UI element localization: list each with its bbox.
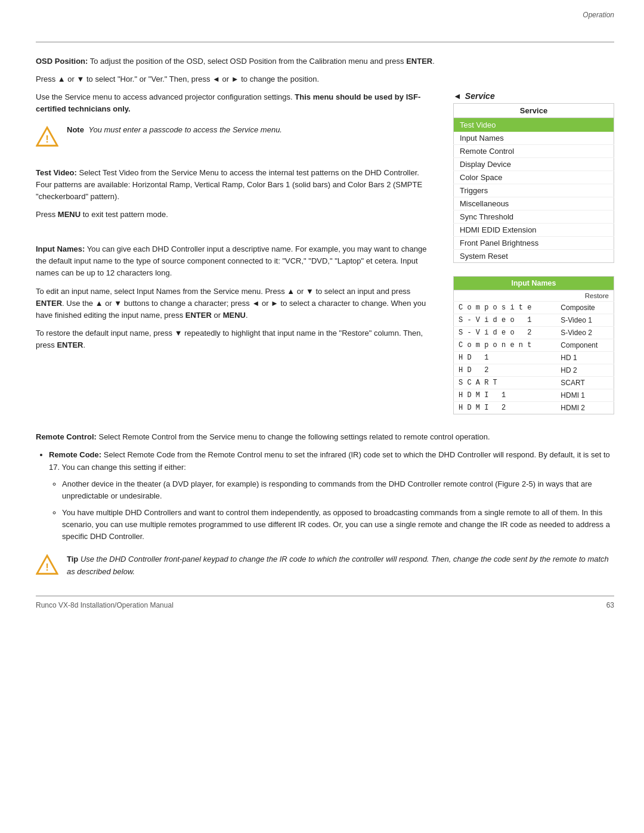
input-row-hdmi1: H D M I 1 HDMI 1 bbox=[454, 389, 614, 402]
input-row-scart: S C A R T SCART bbox=[454, 377, 614, 389]
service-intro-para: Use the Service menu to access advanced … bbox=[36, 91, 435, 115]
service-item-remote-control[interactable]: Remote Control bbox=[454, 145, 614, 158]
input-row-svideo1: S - V i d e o 1 S-Video 1 bbox=[454, 314, 614, 327]
input-row-component: C o m p o n e n t Component bbox=[454, 339, 614, 352]
footer-left: Runco VX-8d Installation/Operation Manua… bbox=[36, 601, 174, 609]
service-menu-table: Service Test Video Input Names Remote Co… bbox=[453, 103, 614, 263]
service-item-input-names[interactable]: Input Names bbox=[454, 132, 614, 145]
service-item-test-video[interactable]: Test Video bbox=[454, 118, 614, 132]
service-item-color-space[interactable]: Color Space bbox=[454, 171, 614, 184]
left-column: Use the Service menu to access advanced … bbox=[36, 91, 435, 414]
note-text: You must enter a passcode to access the … bbox=[89, 120, 282, 134]
input-names-table: Input Names Restore C o m p o s i t e Co… bbox=[453, 276, 614, 414]
service-section-header: ◄ Service bbox=[453, 91, 614, 101]
service-item-display-device[interactable]: Display Device bbox=[454, 158, 614, 171]
note-box: ! Note You must enter a passcode to acce… bbox=[36, 125, 435, 148]
remote-code-sub-list: Another device in the theater (a DVD pla… bbox=[62, 478, 614, 543]
service-item-triggers[interactable]: Triggers bbox=[454, 184, 614, 197]
input-names-heading: Input Names: bbox=[36, 244, 85, 253]
footer-rule bbox=[36, 596, 614, 596]
right-column: ◄ Service Service Test Video Input Names… bbox=[453, 91, 614, 414]
tip-box: ! Tip Use the DHD Controller front-panel… bbox=[36, 553, 614, 577]
input-names-header-row: Input Names bbox=[454, 277, 614, 290]
osd-enter: ENTER bbox=[406, 57, 432, 66]
osd-para1: OSD Position: To adjust the position of … bbox=[36, 55, 614, 67]
osd-bold1: OSD Position: bbox=[36, 57, 88, 66]
press-menu-para: Press MENU to exit test pattern mode. bbox=[36, 209, 435, 221]
note-icon: ! bbox=[36, 125, 58, 148]
header-label: Operation bbox=[583, 11, 614, 19]
menu-bold: MENU bbox=[58, 210, 80, 219]
input-row-hdmi2: H D M I 2 HDMI 2 bbox=[454, 402, 614, 414]
input-names-header: Input Names bbox=[454, 277, 614, 290]
two-col-layout: Use the Service menu to access advanced … bbox=[36, 91, 614, 414]
service-item-miscellaneous[interactable]: Miscellaneous bbox=[454, 197, 614, 210]
service-table-header: Service bbox=[454, 104, 614, 118]
remote-control-list: Remote Code: Select Remote Code from the… bbox=[49, 449, 614, 543]
service-arrow: ◄ bbox=[453, 91, 462, 101]
remote-code-item: Remote Code: Select Remote Code from the… bbox=[49, 449, 614, 543]
page: Operation OSD Position: To adjust the po… bbox=[0, 0, 644, 833]
remote-bullet-1: Another device in the theater (a DVD pla… bbox=[62, 478, 614, 502]
osd-section: OSD Position: To adjust the position of … bbox=[36, 55, 614, 85]
osd-para2: Press ▲ or ▼ to select "Hor." or "Ver." … bbox=[36, 73, 614, 85]
svg-text:!: ! bbox=[45, 133, 49, 144]
service-table-header-row: Service bbox=[454, 104, 614, 118]
test-video-para: Test Video: Select Test Video from the S… bbox=[36, 167, 435, 203]
tip-content: Tip Use the DHD Controller front-panel k… bbox=[67, 553, 614, 577]
service-item-sync-threshold[interactable]: Sync Threshold bbox=[454, 210, 614, 224]
service-item-system-reset[interactable]: System Reset bbox=[454, 250, 614, 263]
tip-text: Use the DHD Controller front-panel keypa… bbox=[67, 555, 609, 575]
service-intro-bold: This menu should be used by ISF-certifie… bbox=[36, 92, 420, 113]
note-label: Note bbox=[67, 125, 84, 134]
input-names-col-headers: Restore bbox=[454, 290, 614, 302]
remote-control-para: Remote Control: Select Remote Control fr… bbox=[36, 431, 614, 443]
remote-bullet-2: You have multiple DHD Controllers and wa… bbox=[62, 507, 614, 543]
test-video-heading: Test Video: bbox=[36, 168, 77, 177]
input-row-hd2: H D 2 HD 2 bbox=[454, 364, 614, 377]
top-rule bbox=[36, 42, 614, 42]
tip-icon: ! bbox=[36, 553, 58, 576]
remote-control-heading: Remote Control: bbox=[36, 432, 97, 441]
input-row-svideo2: S - V i d e o 2 S-Video 2 bbox=[454, 327, 614, 339]
service-item-front-panel[interactable]: Front Panel Brightness bbox=[454, 237, 614, 250]
remote-code-label: Remote Code: bbox=[49, 450, 101, 459]
svg-text:!: ! bbox=[45, 562, 49, 573]
footer: Runco VX-8d Installation/Operation Manua… bbox=[36, 601, 614, 609]
tip-label: Tip bbox=[67, 555, 78, 563]
footer-right: 63 bbox=[606, 601, 614, 609]
restore-col-header: Restore bbox=[556, 290, 614, 302]
note-content: Note You must enter a passcode to access… bbox=[67, 125, 282, 134]
service-title-text: Service bbox=[465, 91, 495, 101]
input-row-composite: C o m p o s i t e Composite bbox=[454, 302, 614, 314]
input-row-hd1: H D 1 HD 1 bbox=[454, 352, 614, 364]
input-names-para2: To edit an input name, select Input Name… bbox=[36, 286, 435, 321]
input-names-para1: Input Names: You can give each DHD Contr… bbox=[36, 243, 435, 279]
service-item-hdmi-edid[interactable]: HDMI EDID Extension bbox=[454, 224, 614, 237]
input-names-para3: To restore the default input name, press… bbox=[36, 327, 435, 351]
